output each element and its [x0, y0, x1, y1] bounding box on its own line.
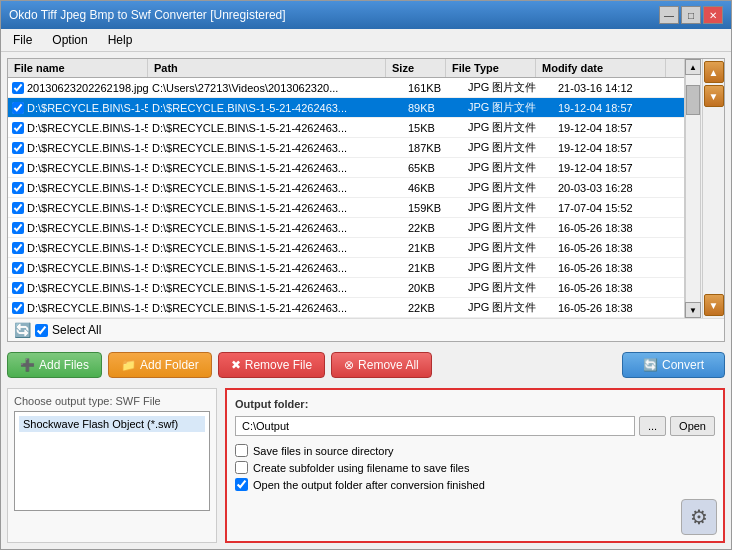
row-checkbox[interactable] [12, 142, 24, 154]
add-files-icon: ➕ [20, 358, 35, 372]
col-filetype: File Type [446, 59, 536, 77]
file-type-cell: JPG 图片文件 [464, 178, 554, 197]
file-date-cell: 16-05-26 18:38 [554, 238, 684, 257]
remove-all-label: Remove All [358, 358, 419, 372]
table-row[interactable]: D:\$RECYCLE.BIN\S-1-5-...D:\$RECYCLE.BIN… [8, 118, 684, 138]
folder-path-input[interactable] [235, 416, 635, 436]
close-button[interactable]: ✕ [703, 6, 723, 24]
file-name-text: D:\$RECYCLE.BIN\S-1-5-... [27, 122, 148, 134]
file-size-cell: 159KB [404, 198, 464, 217]
file-type-cell: JPG 图片文件 [464, 158, 554, 177]
select-all-icon: 🔄 [14, 322, 31, 338]
row-checkbox[interactable] [12, 102, 24, 114]
remove-all-button[interactable]: ⊗ Remove All [331, 352, 432, 378]
open-button[interactable]: Open [670, 416, 715, 436]
maximize-button[interactable]: □ [681, 6, 701, 24]
output-format-box: Shockwave Flash Object (*.swf) [14, 411, 210, 511]
table-row[interactable]: D:\$RECYCLE.BIN\S-1-5-...D:\$RECYCLE.BIN… [8, 238, 684, 258]
file-name-cell: D:\$RECYCLE.BIN\S-1-5-... [8, 98, 148, 117]
row-checkbox[interactable] [12, 202, 24, 214]
file-date-cell: 20-03-03 16:28 [554, 178, 684, 197]
table-row[interactable]: D:\$RECYCLE.BIN\S-1-5-...D:\$RECYCLE.BIN… [8, 298, 684, 318]
subfolder-label: Create subfolder using filename to save … [253, 462, 469, 474]
row-checkbox[interactable] [12, 262, 24, 274]
table-row[interactable]: 20130623202262198.jpgC:\Users\27213\Vide… [8, 78, 684, 98]
table-row[interactable]: D:\$RECYCLE.BIN\S-1-5-...D:\$RECYCLE.BIN… [8, 218, 684, 238]
file-name-cell: D:\$RECYCLE.BIN\S-1-5-... [8, 298, 148, 317]
table-row[interactable]: D:\$RECYCLE.BIN\S-1-5-...D:\$RECYCLE.BIN… [8, 158, 684, 178]
file-name-text: D:\$RECYCLE.BIN\S-1-5-... [27, 202, 148, 214]
menu-help[interactable]: Help [100, 31, 141, 49]
remove-file-label: Remove File [245, 358, 312, 372]
file-type-cell: JPG 图片文件 [464, 198, 554, 217]
subfolder-checkbox[interactable] [235, 461, 248, 474]
menu-file[interactable]: File [5, 31, 40, 49]
scroll-thumb[interactable] [686, 85, 700, 115]
file-path-cell: D:\$RECYCLE.BIN\S-1-5-21-4262463... [148, 238, 404, 257]
file-name-text: D:\$RECYCLE.BIN\S-1-5-... [27, 162, 148, 174]
file-path-cell: D:\$RECYCLE.BIN\S-1-5-21-4262463... [148, 138, 404, 157]
move-down-button[interactable]: ▼ [704, 85, 724, 107]
row-checkbox[interactable] [12, 82, 24, 94]
scroll-down-button[interactable]: ▼ [685, 302, 701, 318]
select-all-checkbox[interactable] [35, 324, 48, 337]
file-path-cell: D:\$RECYCLE.BIN\S-1-5-21-4262463... [148, 198, 404, 217]
add-files-button[interactable]: ➕ Add Files [7, 352, 102, 378]
file-name-text: D:\$RECYCLE.BIN\S-1-5-... [27, 142, 148, 154]
table-row[interactable]: D:\$RECYCLE.BIN\S-1-5-...D:\$RECYCLE.BIN… [8, 198, 684, 218]
scroll-track[interactable] [685, 75, 701, 302]
table-row[interactable]: D:\$RECYCLE.BIN\S-1-5-...D:\$RECYCLE.BIN… [8, 258, 684, 278]
file-type-cell: JPG 图片文件 [464, 298, 554, 317]
output-format-item[interactable]: Shockwave Flash Object (*.swf) [19, 416, 205, 432]
toolbar: ➕ Add Files 📁 Add Folder ✖ Remove File ⊗… [7, 348, 725, 382]
menu-bar: File Option Help [1, 29, 731, 52]
file-size-cell: 15KB [404, 118, 464, 137]
row-checkbox[interactable] [12, 222, 24, 234]
row-checkbox[interactable] [12, 122, 24, 134]
file-name-text: D:\$RECYCLE.BIN\S-1-5-... [27, 102, 148, 114]
add-folder-button[interactable]: 📁 Add Folder [108, 352, 212, 378]
file-size-cell: 65KB [404, 158, 464, 177]
move-up-button[interactable]: ▲ [704, 61, 724, 83]
scroll-up-button[interactable]: ▲ [685, 59, 701, 75]
minimize-button[interactable]: — [659, 6, 679, 24]
file-name-text: D:\$RECYCLE.BIN\S-1-5-... [27, 282, 148, 294]
save-source-checkbox[interactable] [235, 444, 248, 457]
move-bottom-button[interactable]: ▼ [704, 294, 724, 316]
open-folder-checkbox[interactable] [235, 478, 248, 491]
browse-button[interactable]: ... [639, 416, 666, 436]
output-folder-panel: Output folder: ... Open Save files in so… [225, 388, 725, 543]
file-list-header: File name Path Size File Type Modify dat… [8, 59, 684, 78]
add-files-label: Add Files [39, 358, 89, 372]
file-name-cell: D:\$RECYCLE.BIN\S-1-5-... [8, 138, 148, 157]
add-folder-label: Add Folder [140, 358, 199, 372]
file-type-cell: JPG 图片文件 [464, 218, 554, 237]
table-row[interactable]: D:\$RECYCLE.BIN\S-1-5-...D:\$RECYCLE.BIN… [8, 98, 684, 118]
convert-label: Convert [662, 358, 704, 372]
file-list-body[interactable]: 20130623202262198.jpgC:\Users\27213\Vide… [8, 78, 684, 318]
table-row[interactable]: D:\$RECYCLE.BIN\S-1-5-...D:\$RECYCLE.BIN… [8, 278, 684, 298]
convert-button[interactable]: 🔄 Convert [622, 352, 725, 378]
table-row[interactable]: D:\$RECYCLE.BIN\S-1-5-...D:\$RECYCLE.BIN… [8, 138, 684, 158]
file-type-cell: JPG 图片文件 [464, 78, 554, 97]
row-checkbox[interactable] [12, 282, 24, 294]
file-name-cell: D:\$RECYCLE.BIN\S-1-5-... [8, 258, 148, 277]
settings-button[interactable]: ⚙ [681, 499, 717, 535]
file-size-cell: 89KB [404, 98, 464, 117]
file-type-cell: JPG 图片文件 [464, 138, 554, 157]
row-checkbox[interactable] [12, 242, 24, 254]
file-name-text: D:\$RECYCLE.BIN\S-1-5-... [27, 182, 148, 194]
row-checkbox[interactable] [12, 162, 24, 174]
row-checkbox[interactable] [12, 182, 24, 194]
output-type-panel: Choose output type: SWF File Shockwave F… [7, 388, 217, 543]
file-name-cell: D:\$RECYCLE.BIN\S-1-5-... [8, 118, 148, 137]
file-size-cell: 22KB [404, 218, 464, 237]
file-size-cell: 21KB [404, 258, 464, 277]
remove-file-button[interactable]: ✖ Remove File [218, 352, 325, 378]
table-row[interactable]: D:\$RECYCLE.BIN\S-1-5-...D:\$RECYCLE.BIN… [8, 178, 684, 198]
main-content: File name Path Size File Type Modify dat… [1, 52, 731, 549]
menu-option[interactable]: Option [44, 31, 95, 49]
main-window: Okdo Tiff Jpeg Bmp to Swf Converter [Unr… [0, 0, 732, 550]
file-path-cell: D:\$RECYCLE.BIN\S-1-5-21-4262463... [148, 258, 404, 277]
row-checkbox[interactable] [12, 302, 24, 314]
